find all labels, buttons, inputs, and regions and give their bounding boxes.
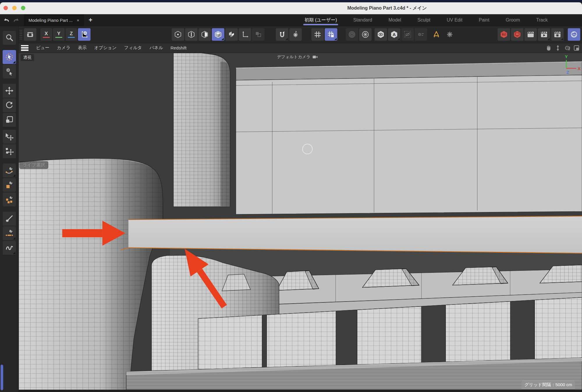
redshift-render-button[interactable] <box>511 28 524 41</box>
filter-list-button[interactable] <box>415 28 427 41</box>
multi-move-tool-button[interactable] <box>3 144 16 158</box>
viewport-canvas[interactable] <box>19 53 582 392</box>
menu-options[interactable]: オプション <box>94 45 117 51</box>
camera-label-text: デフォルトカメラ <box>277 54 310 60</box>
menu-view[interactable]: ビュー <box>36 45 49 51</box>
selected-key-slip-bar[interactable] <box>120 216 582 253</box>
cursor-move-tool-button[interactable] <box>3 130 16 144</box>
points-mode-icon <box>174 31 182 38</box>
points-mode-button[interactable] <box>172 28 184 41</box>
pen-dash-icon <box>5 229 14 238</box>
axis-z-label: Z <box>566 70 569 75</box>
edges-mode-button[interactable] <box>185 28 198 41</box>
isolate-view-button[interactable] <box>401 28 414 41</box>
scale-tool-button[interactable] <box>3 113 16 127</box>
live-selection-tool-button[interactable] <box>3 50 16 64</box>
close-tab-icon[interactable]: × <box>77 18 79 23</box>
toolbar-grip[interactable] <box>19 29 22 40</box>
recalculate-button[interactable] <box>430 28 443 41</box>
squiggle-icon <box>5 243 14 252</box>
panel-layout-icon[interactable] <box>573 45 580 51</box>
undo-button[interactable] <box>2 16 10 24</box>
redo-button[interactable] <box>12 16 21 24</box>
visibility-mode-button[interactable] <box>375 28 387 41</box>
axis-gizmo[interactable]: Y X Z <box>559 54 582 77</box>
document-tab[interactable]: Modeling Piano Part ... × <box>24 14 84 26</box>
redshift-rv-icon: RV <box>500 31 508 38</box>
content-browser-button[interactable] <box>24 28 36 41</box>
pan-hand-icon[interactable] <box>545 45 552 51</box>
quantize-lock-button[interactable] <box>325 28 337 41</box>
model-mode-button[interactable] <box>212 28 224 41</box>
auto-mode-button[interactable]: A <box>388 28 400 41</box>
recycle-arrows-icon <box>432 31 440 38</box>
x-axis-lock-button[interactable]: X <box>40 28 52 41</box>
viewport-menu-icon[interactable] <box>21 45 29 51</box>
line-cut-tool-button[interactable] <box>3 226 16 240</box>
viewport-settings-button[interactable] <box>359 28 372 41</box>
letter-a-hexagon-icon: A <box>390 31 398 38</box>
z-axis-lock-button[interactable]: Z <box>65 28 77 41</box>
rectangle-spline-tool-button[interactable] <box>3 178 16 192</box>
dock-handle[interactable] <box>1 365 3 390</box>
coordinate-system-button[interactable] <box>78 28 91 41</box>
axis-l-icon <box>241 31 249 38</box>
grid-toggle-button[interactable] <box>311 28 324 41</box>
camera-label[interactable]: デフォルトカメラ <box>277 54 318 60</box>
piano-lid-panel <box>236 62 582 214</box>
layout-tab-paint[interactable]: Paint <box>479 14 489 26</box>
viewport-3d[interactable]: 透視 デフォルトカメラ ライブ選択 グリッド間隔：5000 cm Y X Z <box>19 53 582 392</box>
texture-mode-button[interactable] <box>225 28 238 41</box>
layout-tab-startup[interactable]: 初期 (ユーザー) <box>304 14 337 26</box>
axis-y-label: Y <box>565 54 568 59</box>
menu-panel[interactable]: パネル <box>150 45 163 51</box>
layout-tab-model[interactable]: Model <box>388 14 401 26</box>
gear-cursor-icon <box>5 67 14 76</box>
rotate-tool-button[interactable] <box>3 98 16 112</box>
clapboard-gear-icon <box>553 31 561 38</box>
layout-tab-sculpt[interactable]: Sculpt <box>418 14 430 26</box>
spline-sketch-tool-button[interactable] <box>3 241 16 255</box>
scene-settings-button[interactable] <box>443 28 456 41</box>
polygons-mode-button[interactable] <box>198 28 211 41</box>
enable-axis-button[interactable] <box>239 28 251 41</box>
world-coordinates-icon <box>80 31 88 38</box>
layout-tab-track[interactable]: Track <box>536 14 548 26</box>
brush-tool-button[interactable] <box>3 212 16 226</box>
y-axis-lock-button[interactable]: Y <box>53 28 65 41</box>
new-tab-button[interactable]: + <box>89 16 93 24</box>
render-settings-button[interactable] <box>551 28 564 41</box>
workplane-mode-button[interactable] <box>252 28 265 41</box>
move-tool-button[interactable] <box>3 84 16 98</box>
layout-tab-uvedit[interactable]: UV Edit <box>447 14 462 26</box>
render-picture-viewer-button[interactable] <box>538 28 550 41</box>
layout-tab-groom[interactable]: Groom <box>506 14 520 26</box>
zoom-window-button[interactable] <box>21 6 25 10</box>
cursor-move-icon <box>5 132 14 141</box>
piano-arm-pillar <box>173 53 230 207</box>
menu-camera[interactable]: カメラ <box>57 45 70 51</box>
layout-tab-standard[interactable]: Standard <box>353 14 372 26</box>
minimize-window-button[interactable] <box>12 6 17 10</box>
cube-spline-tool-button[interactable] <box>3 193 16 206</box>
orbit-icon[interactable] <box>564 45 570 51</box>
zoom-tool-button[interactable] <box>3 31 16 45</box>
redshift-renderview-button[interactable]: RV <box>498 28 510 41</box>
tweak-tool-button[interactable] <box>3 65 16 79</box>
menu-filter[interactable]: フィルタ <box>124 45 142 51</box>
render-region-button[interactable] <box>568 28 580 41</box>
menu-redshift[interactable]: Redshift <box>171 45 187 50</box>
projection-label[interactable]: 透視 <box>21 54 34 61</box>
interactive-render-button[interactable] <box>346 28 358 41</box>
content-browser-icon <box>26 31 34 38</box>
gear-circle-icon <box>361 31 369 38</box>
texture-mode-icon <box>228 31 235 38</box>
close-window-button[interactable] <box>3 6 8 10</box>
dolly-zoom-icon[interactable] <box>555 45 561 51</box>
menu-display[interactable]: 表示 <box>78 45 87 51</box>
snap-toggle-button[interactable] <box>276 28 288 41</box>
render-view-button[interactable] <box>524 28 537 41</box>
gear-icon <box>446 31 454 38</box>
snap-settings-button[interactable] <box>289 28 302 41</box>
spline-pen-tool-button[interactable] <box>3 163 16 177</box>
